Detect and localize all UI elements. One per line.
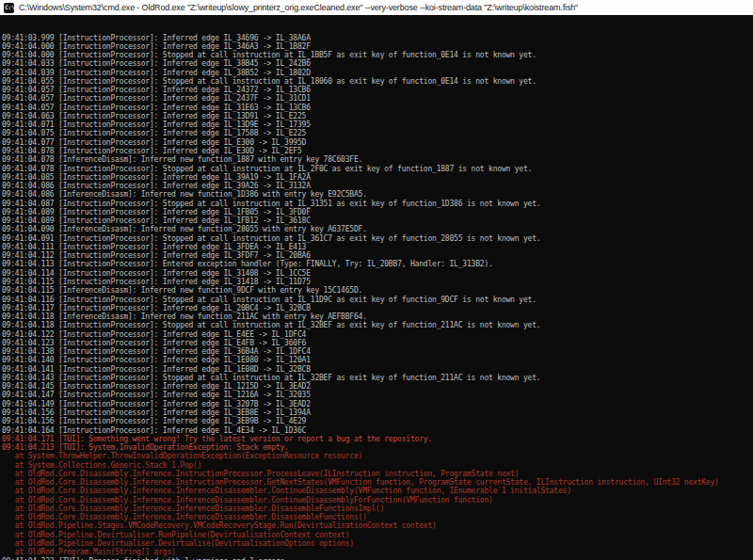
console-line: 09:41:03.999 [InstructionProcessor]: Inf…	[2, 34, 753, 42]
console-line: 09:41:04.055 [InstructionProcessor]: Sto…	[2, 77, 753, 86]
console-line: 09:41:04.115 [InferenceDisasm]: Inferred…	[2, 286, 753, 295]
console-line: 09:41:04.116 [InstructionProcessor]: Sto…	[2, 296, 753, 304]
console-line: 09:41:04.156 [InstructionProcessor]: Inf…	[2, 408, 753, 417]
console-line: 09:41:04.039 [InstructionProcessor]: Inf…	[2, 69, 753, 77]
console-line: at OldRod.Core.Disassembly.Inference.Inf…	[2, 504, 753, 513]
console-line: 09:41:04.057 [InstructionProcessor]: Inf…	[2, 94, 753, 103]
console-line: at OldRod.Core.Disassembly.Inference.Inf…	[2, 487, 753, 495]
console-line: 09:41:04.086 [InstructionProcessor]: Inf…	[2, 182, 753, 190]
console-line: 09:41:04.086 [InferenceDisasm]: Inferred…	[2, 190, 753, 199]
console-line: 09:41:04.213 [TUI]: System.InvalidOperat…	[2, 443, 753, 452]
console-line: 09:41:04.033 [InstructionProcessor]: Inf…	[2, 59, 753, 68]
console-line: 09:41:04.118 [InstructionProcessor]: Sto…	[2, 321, 753, 329]
console-line: 09:41:04.090 [InferenceDisasm]: Inferred…	[2, 225, 753, 233]
console-line: 09:41:04.113 [InstructionProcessor]: Ent…	[2, 260, 753, 268]
console-line: 09:41:04.114 [InstructionProcessor]: Inf…	[2, 269, 753, 278]
console-line: 09:41:04.164 [InstructionProcessor]: Inf…	[2, 426, 753, 435]
console-line: 09:41:04.075 [InstructionProcessor]: Inf…	[2, 129, 753, 137]
console-line: 09:41:04.123 [InstructionProcessor]: Inf…	[2, 339, 753, 347]
console-line: 09:41:04.078 [InstructionProcessor]: Inf…	[2, 147, 753, 155]
console-line: 09:41:04.085 [InstructionProcessor]: Inf…	[2, 173, 753, 182]
console-line: 09:41:04.057 [InstructionProcessor]: Inf…	[2, 86, 753, 94]
console-area: 09:41:03.999 [InstructionProcessor]: Inf…	[0, 15, 753, 560]
console-line: at OldRod.Core.Disassembly.Inference.Inf…	[2, 496, 753, 504]
console-line: 09:41:04.077 [InstructionProcessor]: Inf…	[2, 138, 753, 147]
console-line: 09:41:04.000 [InstructionProcessor]: Sto…	[2, 51, 753, 59]
console-line: 09:41:04.117 [InstructionProcessor]: Inf…	[2, 304, 753, 312]
window-title: C:\Windows\System32\cmd.exe - OldRod.exe…	[19, 3, 578, 12]
console-line: 09:41:04.071 [InstructionProcessor]: Inf…	[2, 120, 753, 129]
console-line: at OldRod.Core.Disassembly.Inference.Inf…	[2, 513, 753, 521]
console-line: 09:41:04.138 [InstructionProcessor]: Inf…	[2, 347, 753, 356]
console-line: 09:41:04.087 [InstructionProcessor]: Sto…	[2, 200, 753, 208]
console-line: at OldRod.Program.Main(String[] args)	[2, 548, 753, 556]
console-line: 09:41:04.000 [InstructionProcessor]: Inf…	[2, 42, 753, 51]
console-line: 09:41:04.057 [InstructionProcessor]: Inf…	[2, 104, 753, 112]
console-line: 09:41:04.156 [InstructionProcessor]: Inf…	[2, 417, 753, 425]
console-line: at OldRod.Pipeline.Stages.VMCodeRecovery…	[2, 521, 753, 530]
console-line: 09:41:04.118 [InferenceDisasm]: Inferred…	[2, 312, 753, 321]
console-line: 09:41:04.141 [InstructionProcessor]: Inf…	[2, 365, 753, 374]
console-line: 09:41:04.111 [InstructionProcessor]: Inf…	[2, 243, 753, 251]
console-line: at OldRod.Pipeline.Devirtualiser.RunPipe…	[2, 531, 753, 539]
console-line: 09:41:04.078 [InstructionProcessor]: Sto…	[2, 165, 753, 173]
console-line: at OldRod.Core.Disassembly.Inference.Ins…	[2, 470, 753, 478]
console-line: 09:41:04.078 [InferenceDisasm]: Inferred…	[2, 155, 753, 164]
console-line: 09:41:04.223 [TUI]: Process finished wit…	[2, 557, 753, 560]
console-line: at System.ThrowHelper.ThrowInvalidOperat…	[2, 452, 753, 460]
console-line: 09:41:04.149 [InstructionProcessor]: Inf…	[2, 400, 753, 408]
title-bar[interactable]: C:\_ C:\Windows\System32\cmd.exe - OldRo…	[0, 0, 753, 15]
console-line: 09:41:04.122 [InstructionProcessor]: Inf…	[2, 330, 753, 339]
console-line: 09:41:04.115 [InstructionProcessor]: Inf…	[2, 278, 753, 286]
console-line: 09:41:04.089 [InstructionProcessor]: Inf…	[2, 208, 753, 216]
console-lines: 09:41:03.999 [InstructionProcessor]: Inf…	[2, 34, 753, 560]
console-line: 09:41:04.145 [InstructionProcessor]: Inf…	[2, 382, 753, 391]
console-line: at System.Collections.Generic.Stack`1.Po…	[2, 461, 753, 470]
console-line: at OldRod.Core.Disassembly.Inference.Ins…	[2, 478, 753, 487]
console-line: at OldRod.Pipeline.Devirtualiser.Devirtu…	[2, 539, 753, 548]
console-line: 09:41:04.147 [InstructionProcessor]: Inf…	[2, 391, 753, 399]
console-line: 09:41:04.140 [InstructionProcessor]: Inf…	[2, 356, 753, 364]
console-line: 09:41:04.112 [InstructionProcessor]: Inf…	[2, 251, 753, 260]
console-line: 09:41:04.089 [InstructionProcessor]: Inf…	[2, 216, 753, 225]
console-line: 09:41:04.091 [InstructionProcessor]: Sto…	[2, 234, 753, 243]
console-line: 09:41:04.171 [TUI]: Something went wrong…	[2, 435, 753, 443]
cmd-prompt-icon: C:\_	[4, 3, 14, 13]
console-line: 09:41:04.063 [InstructionProcessor]: Inf…	[2, 112, 753, 120]
console-line: 09:41:04.143 [InstructionProcessor]: Sto…	[2, 374, 753, 382]
